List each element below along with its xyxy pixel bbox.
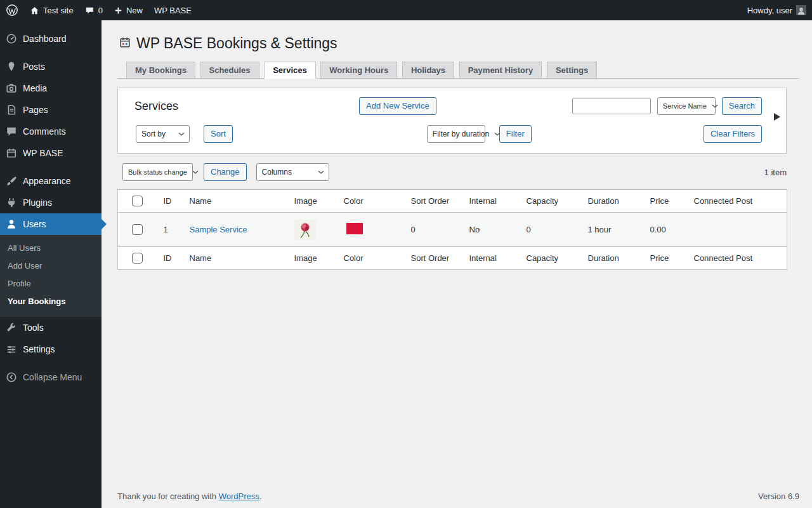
item-count: 1 item — [764, 168, 787, 177]
tab-my-bookings[interactable]: My Bookings — [126, 62, 195, 79]
howdy-menu[interactable]: Howdy, user — [742, 0, 812, 20]
panel-title: Services — [134, 100, 178, 113]
footer-version: Version 6.9 — [758, 491, 799, 501]
page-title-text: WP BASE Bookings & Settings — [136, 34, 337, 53]
filter-button[interactable]: Filter — [499, 125, 532, 143]
sidebar-item-users[interactable]: Users — [0, 213, 102, 235]
new-label: New — [126, 6, 143, 15]
footer-thanks: Thank you for creating with WordPress. — [117, 491, 261, 501]
sidebar-item-tools[interactable]: Tools — [0, 317, 102, 338]
select-all-checkbox[interactable] — [132, 196, 143, 206]
wp-base-logo-icon — [119, 34, 131, 53]
services-panel: Services Add New Service Service Name Se… — [117, 88, 787, 154]
tab-bar: My Bookings Schedules Services Working H… — [117, 62, 799, 79]
filter-by-duration-select[interactable]: Filter by duration — [427, 125, 485, 143]
row-checkbox[interactable] — [132, 224, 143, 235]
submenu-item-profile[interactable]: Profile — [0, 275, 102, 293]
service-search-input[interactable] — [572, 98, 651, 114]
plug-icon — [5, 196, 18, 209]
bulk-status-select[interactable]: Bulk status change — [122, 163, 193, 181]
sidebar-item-pages[interactable]: Pages — [0, 99, 102, 121]
search-button[interactable]: Search — [722, 97, 762, 115]
tab-services[interactable]: Services — [264, 62, 316, 79]
comment-count: 0 — [98, 6, 103, 15]
wrench-icon — [5, 321, 18, 334]
collapse-menu-button[interactable]: Collapse Menu — [0, 366, 102, 388]
column-header-sort-order: Sort Order — [405, 190, 463, 213]
row-price: 0.00 — [644, 213, 688, 247]
sidebar-item-label: Tools — [23, 323, 44, 333]
comments-menu[interactable]: 0 — [79, 0, 108, 20]
site-name-menu[interactable]: Test site — [24, 0, 79, 20]
column-header-name: Name — [183, 190, 288, 213]
sidebar-item-label: Posts — [23, 62, 45, 72]
sidebar-item-posts[interactable]: Posts — [0, 56, 102, 77]
table-header: ID Name Image Color Sort Order Internal … — [118, 190, 787, 213]
row-connected-post — [688, 213, 787, 247]
sidebar-item-label: Media — [23, 83, 47, 93]
chevron-down-icon — [192, 170, 199, 175]
table-footer-row: ID Name Image Color Sort Order Internal … — [118, 247, 787, 270]
bulk-actions-bar: Bulk status change Change Columns 1 item — [117, 163, 787, 181]
camera-icon — [5, 82, 18, 95]
row-id: 1 — [157, 213, 183, 247]
columns-select[interactable]: Columns — [256, 163, 329, 181]
column-footer-name: Name — [183, 247, 288, 270]
panel-row-bottom: Sort by Sort Filter by duration Filter C… — [118, 119, 786, 153]
sidebar-item-label: Users — [23, 219, 46, 229]
wordpress-link[interactable]: WordPress — [219, 491, 259, 501]
home-icon — [30, 6, 39, 15]
menu-separator — [0, 164, 102, 170]
tab-payment-history[interactable]: Payment History — [459, 62, 542, 79]
sidebar-item-label: Collapse Menu — [23, 372, 82, 382]
expand-toggle-icon[interactable] — [773, 112, 781, 121]
tab-schedules[interactable]: Schedules — [200, 62, 259, 79]
main-content: WP BASE Bookings & Settings My Bookings … — [102, 0, 812, 270]
sidebar-item-plugins[interactable]: Plugins — [0, 192, 102, 213]
sidebar-item-settings[interactable]: Settings — [0, 338, 102, 360]
column-footer-duration: Duration — [582, 247, 644, 270]
row-checkbox-cell — [118, 213, 157, 247]
dashboard-icon — [5, 32, 18, 45]
comment-bubble-icon — [85, 6, 95, 15]
tab-holidays[interactable]: Holidays — [402, 62, 454, 79]
submenu-item-add-user[interactable]: Add User — [0, 257, 102, 275]
submenu-item-all-users[interactable]: All Users — [0, 239, 102, 257]
wordpress-menu[interactable] — [0, 0, 24, 20]
search-field-select[interactable]: Service Name — [657, 97, 716, 115]
sidebar-item-media[interactable]: Media — [0, 77, 102, 99]
chevron-down-icon — [318, 170, 324, 175]
column-header-image: Image — [288, 190, 337, 213]
pin-icon — [5, 60, 18, 73]
collapse-arrow-icon — [5, 371, 18, 384]
admin-bar: Test site 0 New WP BASE Howdy, user — [0, 0, 812, 20]
new-menu[interactable]: New — [108, 0, 148, 20]
table-row: 1 Sample Service 0 No 0 1 hour 0.00 — [118, 213, 787, 247]
sort-by-select[interactable]: Sort by — [136, 125, 190, 143]
sidebar-item-comments[interactable]: Comments — [0, 121, 102, 142]
search-group: Service Name Search — [572, 97, 762, 115]
wp-base-label: WP BASE — [154, 6, 192, 15]
column-header-capacity: Capacity — [520, 190, 582, 213]
select-all-checkbox-bottom[interactable] — [132, 253, 143, 264]
wordpress-logo-icon — [6, 4, 18, 17]
row-sort-order: 0 — [405, 213, 463, 247]
wp-base-admin-bar-menu[interactable]: WP BASE — [148, 0, 197, 20]
services-table: ID Name Image Color Sort Order Internal … — [117, 189, 787, 270]
tab-settings[interactable]: Settings — [547, 62, 597, 79]
sidebar-item-wp-base[interactable]: WP BASE — [0, 142, 102, 164]
add-new-service-button[interactable]: Add New Service — [359, 97, 436, 115]
sidebar-item-appearance[interactable]: Appearance — [0, 170, 102, 192]
service-name-link[interactable]: Sample Service — [190, 225, 247, 234]
clear-filters-button[interactable]: Clear Filters — [704, 125, 762, 143]
change-button[interactable]: Change — [204, 163, 247, 181]
chevron-down-icon — [178, 132, 185, 137]
submenu-item-your-bookings[interactable]: Your Bookings — [0, 293, 102, 311]
sidebar-item-dashboard[interactable]: Dashboard — [0, 28, 102, 50]
sort-button[interactable]: Sort — [204, 125, 233, 143]
column-header-duration: Duration — [582, 190, 644, 213]
tab-working-hours[interactable]: Working Hours — [320, 62, 397, 79]
sort-by-select-label: Sort by — [141, 130, 166, 138]
column-header-color: Color — [337, 190, 405, 213]
sliders-icon — [5, 343, 18, 356]
